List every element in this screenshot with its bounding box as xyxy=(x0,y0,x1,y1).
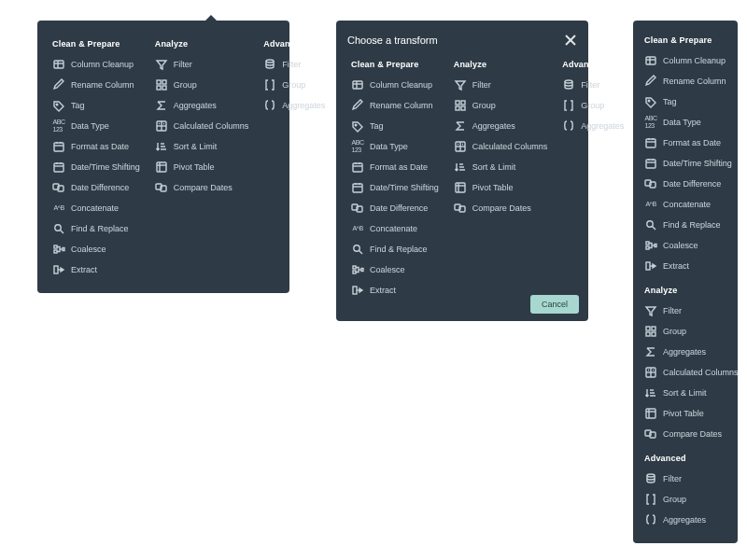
item-tag[interactable]: Tag xyxy=(347,116,443,136)
item-date-time-shifting[interactable]: Date/Time Shifting xyxy=(633,153,738,174)
item-tag[interactable]: Tag xyxy=(49,95,144,116)
funnel-icon xyxy=(644,304,657,317)
brackets-icon xyxy=(263,78,276,91)
modal-header: Choose a transform xyxy=(336,34,588,54)
item-extract[interactable]: Extract xyxy=(49,259,144,280)
item-coalesce[interactable]: Coalesce xyxy=(49,239,144,259)
item-date-difference[interactable]: Date Difference xyxy=(49,177,144,198)
item-pivot-table[interactable]: Pivot Table xyxy=(450,177,552,198)
item-calculated-columns[interactable]: Calculated Columns xyxy=(633,362,738,383)
item-date-time-shifting[interactable]: Date/Time Shifting xyxy=(49,157,144,177)
item-filter[interactable]: Filter xyxy=(151,54,253,75)
item-tag[interactable]: Tag xyxy=(633,91,738,112)
item-format-as-date[interactable]: Format as Date xyxy=(347,157,443,177)
close-icon[interactable] xyxy=(564,34,577,47)
transform-sidebar: Clean & Prepare Column Cleanup Rename Co… xyxy=(633,21,738,543)
item-column-cleanup[interactable]: Column Cleanup xyxy=(49,54,144,75)
item-group[interactable]: Group xyxy=(151,75,253,95)
item-sort-limit[interactable]: Sort & Limit xyxy=(151,136,253,157)
calendar-compare-icon xyxy=(644,427,657,441)
item-rename-column[interactable]: Rename Column xyxy=(347,95,443,116)
item-date-difference[interactable]: Date Difference xyxy=(347,198,443,218)
item-label: Tag xyxy=(663,97,677,107)
item-calculated-columns[interactable]: Calculated Columns xyxy=(450,136,552,157)
item-label: Date/Time Shifting xyxy=(663,159,732,169)
item-find-replace[interactable]: Find & Replace xyxy=(49,218,144,239)
calendar-compare-icon xyxy=(454,202,467,215)
item-find-replace[interactable]: Find & Replace xyxy=(633,215,738,235)
extract-icon xyxy=(52,263,65,276)
item-label: Sort & Limit xyxy=(663,388,707,399)
item-adv-filter[interactable]: Filter xyxy=(558,75,627,95)
item-pivot-table[interactable]: Pivot Table xyxy=(633,403,738,424)
sigma-icon xyxy=(155,99,168,112)
item-label: Sort & Limit xyxy=(472,162,516,173)
item-rename-column[interactable]: Rename Column xyxy=(49,75,144,95)
item-extract[interactable]: Extract xyxy=(633,256,738,276)
item-format-as-date[interactable]: Format as Date xyxy=(49,136,144,157)
item-label: Calculated Columns xyxy=(472,142,548,152)
item-rename-column[interactable]: Rename Column xyxy=(633,71,738,91)
braces-icon xyxy=(263,99,276,112)
section-advanced-title: Advanced xyxy=(558,54,627,75)
item-adv-group[interactable]: Group xyxy=(633,489,738,510)
item-concatenate[interactable]: A^BConcatenate xyxy=(49,198,144,218)
item-date-difference[interactable]: Date Difference xyxy=(633,174,738,194)
choose-transform-modal: Choose a transform Clean & Prepare Colum… xyxy=(336,21,588,321)
item-aggregates[interactable]: Aggregates xyxy=(633,342,738,362)
item-label: Date/Time Shifting xyxy=(71,162,140,173)
item-group[interactable]: Group xyxy=(450,95,552,116)
item-label: Find & Replace xyxy=(71,224,129,234)
item-label: Tag xyxy=(370,121,384,132)
item-concatenate[interactable]: A^BConcatenate xyxy=(347,218,443,239)
item-column-cleanup[interactable]: Column Cleanup xyxy=(633,50,738,71)
item-adv-aggregates[interactable]: Aggregates xyxy=(260,95,329,116)
item-adv-group[interactable]: Group xyxy=(260,75,329,95)
item-concatenate[interactable]: A^BConcatenate xyxy=(633,194,738,215)
item-sort-limit[interactable]: Sort & Limit xyxy=(450,157,552,177)
item-label: Compare Dates xyxy=(663,429,722,440)
item-coalesce[interactable]: Coalesce xyxy=(347,259,443,280)
item-data-type[interactable]: ABC123Data Type xyxy=(49,116,144,136)
coalesce-icon xyxy=(351,263,364,276)
item-compare-dates[interactable]: Compare Dates xyxy=(450,198,552,218)
item-extract[interactable]: Extract xyxy=(347,280,443,301)
item-label: Filter xyxy=(581,80,599,91)
item-data-type[interactable]: ABC123Data Type xyxy=(347,136,443,157)
item-find-replace[interactable]: Find & Replace xyxy=(347,239,443,259)
item-adv-aggregates[interactable]: Aggregates xyxy=(633,510,738,530)
search-icon xyxy=(351,243,364,256)
item-label: Date Difference xyxy=(71,183,129,193)
tag-icon xyxy=(351,119,364,133)
type-icon: ABC123 xyxy=(644,116,657,129)
item-adv-group[interactable]: Group xyxy=(558,95,627,116)
item-label: Concatenate xyxy=(663,200,711,210)
item-label: Compare Dates xyxy=(472,203,531,214)
item-group[interactable]: Group xyxy=(633,321,738,342)
item-label: Coalesce xyxy=(370,265,405,275)
item-coalesce[interactable]: Coalesce xyxy=(633,235,738,256)
calculator-icon xyxy=(454,140,467,153)
item-adv-aggregates[interactable]: Aggregates xyxy=(558,116,627,136)
item-filter[interactable]: Filter xyxy=(633,301,738,321)
item-aggregates[interactable]: Aggregates xyxy=(151,95,253,116)
item-adv-filter[interactable]: Filter xyxy=(260,54,329,75)
item-calculated-columns[interactable]: Calculated Columns xyxy=(151,116,253,136)
calculator-icon xyxy=(155,119,168,133)
sort-icon xyxy=(155,140,168,153)
item-compare-dates[interactable]: Compare Dates xyxy=(151,177,253,198)
item-date-time-shifting[interactable]: Date/Time Shifting xyxy=(347,177,443,198)
group-icon xyxy=(454,99,467,112)
item-compare-dates[interactable]: Compare Dates xyxy=(633,424,738,444)
item-filter[interactable]: Filter xyxy=(450,75,552,95)
item-data-type[interactable]: ABC123Data Type xyxy=(633,112,738,133)
item-aggregates[interactable]: Aggregates xyxy=(450,116,552,136)
item-format-as-date[interactable]: Format as Date xyxy=(633,133,738,153)
item-sort-limit[interactable]: Sort & Limit xyxy=(633,383,738,403)
cancel-button[interactable]: Cancel xyxy=(530,295,579,314)
item-label: Column Cleanup xyxy=(71,60,134,70)
item-column-cleanup[interactable]: Column Cleanup xyxy=(347,75,443,95)
item-adv-filter[interactable]: Filter xyxy=(633,469,738,489)
modal-title: Choose a transform xyxy=(347,35,438,46)
item-pivot-table[interactable]: Pivot Table xyxy=(151,157,253,177)
